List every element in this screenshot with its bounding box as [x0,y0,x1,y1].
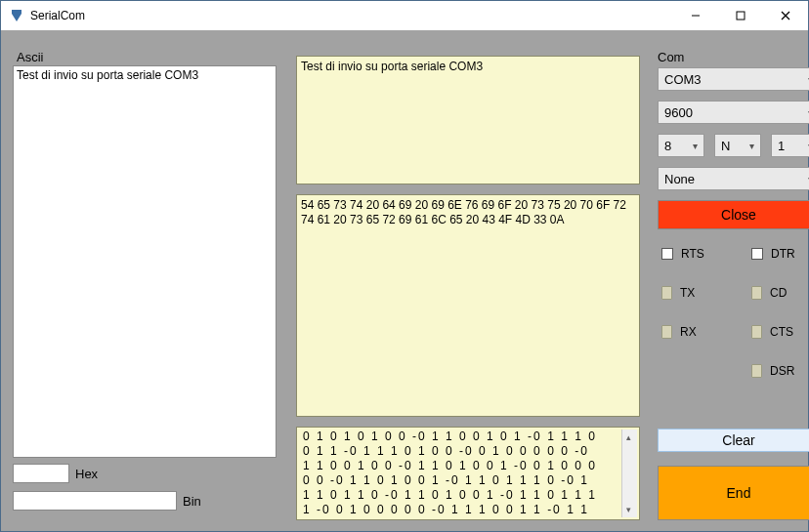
stopbits-select[interactable]: 1 ▾ [771,134,809,157]
app-window: SerialCom Ascii Hex Bin Test di invio su… [0,0,809,532]
close-window-button[interactable] [763,1,808,30]
checkbox-icon [751,248,763,260]
indicator-lamp-icon [661,286,672,300]
chevron-down-icon: ▾ [749,141,754,151]
maximize-button[interactable] [718,1,763,30]
port-value: COM3 [664,72,808,87]
checkbox-icon [661,248,673,260]
indicator-lamp-icon [751,364,762,378]
parity-value: N [721,139,749,153]
com-label: Com [658,50,684,64]
rts-checkbox[interactable]: RTS [661,247,704,261]
bin-label: Bin [183,494,201,509]
baud-select[interactable]: 9600 ▾ [658,101,809,124]
cd-label: CD [770,286,787,300]
scroll-down-icon[interactable]: ▾ [622,502,637,517]
indicator-lamp-icon [751,325,762,339]
hex-output: 54 65 73 74 20 64 69 20 69 6E 76 69 6F 2… [296,194,640,417]
app-icon [9,8,24,23]
chevron-down-icon: ▾ [693,141,698,151]
dtr-checkbox[interactable]: DTR [751,247,795,261]
bin-input[interactable] [13,491,177,511]
ascii-output: Test di invio su porta seriale COM3 [296,56,640,184]
rx-label: RX [680,325,697,339]
window-title: SerialCom [30,9,673,22]
bin-scrollbar[interactable]: ▴ ▾ [621,430,637,517]
databits-select[interactable]: 8 ▾ [658,134,704,157]
hex-label: Hex [75,467,98,481]
svg-rect-1 [737,12,745,20]
cd-indicator: CD [751,286,787,300]
client-area: Ascii Hex Bin Test di invio su porta ser… [1,30,808,531]
end-button[interactable]: End [658,466,809,520]
port-select[interactable]: COM3 ▾ [658,67,809,91]
databits-value: 8 [664,139,693,153]
scroll-up-icon[interactable]: ▴ [622,430,637,445]
window-controls [673,1,808,30]
ascii-label: Ascii [17,50,43,64]
dsr-label: DSR [770,364,794,378]
cts-indicator: CTS [751,325,793,339]
close-button[interactable]: Close [658,200,809,229]
clear-button[interactable]: Clear [658,429,809,452]
hex-input[interactable] [13,464,69,483]
parity-select[interactable]: N ▾ [714,134,761,157]
dsr-indicator: DSR [751,364,794,378]
flowcontrol-select[interactable]: None ▾ [658,167,809,190]
dtr-label: DTR [771,247,795,261]
cts-label: CTS [770,325,793,339]
indicator-lamp-icon [751,286,762,300]
bin-output: 0 1 0 1 0 1 0 0 -0 1 1 0 0 1 0 1 -0 1 1 … [296,427,640,520]
ascii-input[interactable] [13,65,277,458]
rts-label: RTS [681,247,704,261]
stopbits-value: 1 [778,139,808,153]
minimize-button[interactable] [673,1,718,30]
indicator-lamp-icon [661,325,672,339]
rx-indicator: RX [661,325,697,339]
titlebar: SerialCom [1,1,808,30]
bin-rows: 0 1 0 1 0 1 0 0 -0 1 1 0 0 1 0 1 -0 1 1 … [303,430,635,517]
flowcontrol-value: None [664,172,808,186]
tx-indicator: TX [661,286,695,300]
baud-value: 9600 [664,105,808,120]
tx-label: TX [680,286,695,300]
